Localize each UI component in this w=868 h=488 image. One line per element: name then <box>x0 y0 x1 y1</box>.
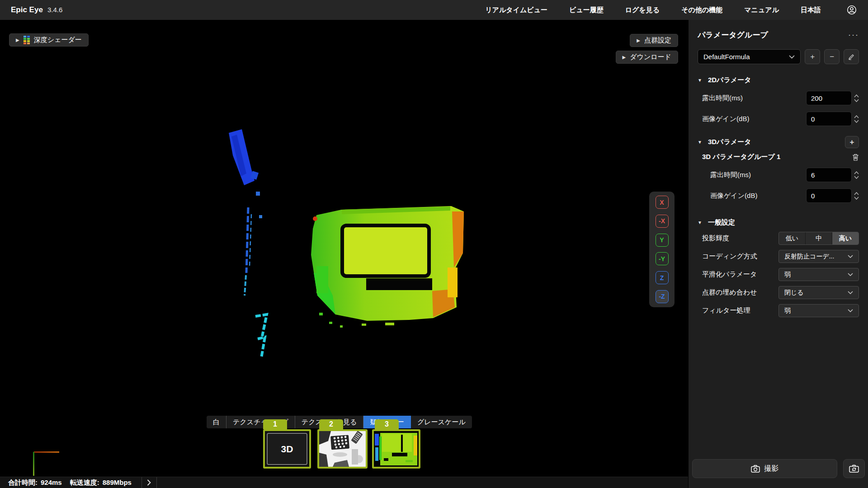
expand-arrow-icon: ▶ <box>637 38 640 43</box>
thumbnail-pseudo-color[interactable] <box>372 429 420 469</box>
section-3d-title: 3Dパラメータ <box>708 138 751 146</box>
formula-select-value: DefaultFormula <box>703 53 750 61</box>
add-3d-group-button[interactable]: + <box>845 136 859 148</box>
texture-thumb-image <box>319 431 366 467</box>
download-label: ダウンロード <box>630 53 671 61</box>
add-formula-button[interactable]: + <box>805 49 820 64</box>
section-general-title: 一般設定 <box>708 218 735 227</box>
exposure-3d-label: 露出時間(ms) <box>710 171 751 179</box>
depth-colorbar-icon <box>24 36 30 44</box>
axis-button-neg-z[interactable]: -Z <box>656 290 669 303</box>
group-3d-title: 3D パラメータグループ 1 <box>702 153 780 161</box>
exposure-2d-input[interactable]: 200 <box>806 91 852 105</box>
axis-button-x[interactable]: X <box>656 196 669 209</box>
axis-button-neg-y[interactable]: -Y <box>656 252 669 265</box>
top-nav: リアルタイムビュー ビュー履歴 ログを見る その他の機能 マニュアル 日本語 <box>485 5 857 15</box>
section-2d-title: 2Dパラメータ <box>708 76 751 84</box>
gain-2d-label: 画像ゲイン(dB) <box>702 115 749 123</box>
projection-brightness-label: 投影輝度 <box>702 234 729 243</box>
tab-grayscale[interactable]: グレースケール <box>411 416 472 428</box>
nav-view-history[interactable]: ビュー履歴 <box>569 6 604 14</box>
gain-2d-stepper[interactable] <box>854 115 859 123</box>
exposure-3d-stepper[interactable] <box>854 171 859 179</box>
more-menu-icon[interactable]: ··· <box>848 30 859 40</box>
parameter-sidebar: パラメータグループ ··· DefaultFormula + − ▼ 2Dパラメ… <box>688 20 868 488</box>
gizmo-x-axis <box>34 451 59 453</box>
tab-white[interactable]: 白 <box>207 416 226 428</box>
trash-icon <box>852 154 859 161</box>
exposure-3d-input[interactable]: 6 <box>806 168 852 182</box>
statusbar-divider <box>156 477 157 488</box>
nav-realtime-view[interactable]: リアルタイムビュー <box>485 6 547 14</box>
point-fill-label: 点群の埋め合わせ <box>702 288 757 297</box>
pencil-icon <box>848 54 854 60</box>
chevron-down-icon <box>848 291 853 294</box>
axis-button-y[interactable]: Y <box>656 234 669 247</box>
formula-select[interactable]: DefaultFormula <box>698 49 801 64</box>
filter-select[interactable]: 弱 <box>778 304 859 317</box>
exposure-2d-stepper[interactable] <box>854 94 859 102</box>
axis-view-panel: X -X Y -Y Z -Z <box>649 192 675 307</box>
gizmo-y-axis <box>33 452 34 476</box>
depth-shader-button[interactable]: ▶ 深度シェーダー <box>9 33 89 47</box>
pseudo-color-thumb-image <box>374 431 419 467</box>
spin-up-icon <box>854 171 859 174</box>
camera-loop-icon <box>849 465 859 473</box>
chevron-down-icon <box>848 255 853 258</box>
point-cloud-settings-button[interactable]: ▶ 点群設定 <box>630 34 678 47</box>
sidebar-title: パラメータグループ <box>698 30 768 40</box>
top-bar: Epic Eye 3.4.6 リアルタイムビュー ビュー履歴 ログを見る その他… <box>0 0 868 20</box>
nav-other-features[interactable]: その他の機能 <box>681 6 722 14</box>
gain-3d-label: 画像ゲイン(dB) <box>710 192 757 200</box>
collapse-icon[interactable]: ▼ <box>698 140 702 145</box>
brightness-option-high[interactable]: 高い <box>832 232 859 244</box>
edit-formula-button[interactable] <box>844 49 859 64</box>
smoothing-select[interactable]: 弱 <box>778 268 859 281</box>
thumbnail-badge-3: 3 <box>375 419 399 429</box>
spin-up-icon <box>854 94 859 98</box>
app-title: Epic Eye <box>11 5 43 14</box>
coding-method-select[interactable]: 反射防止コーデ... <box>778 250 859 263</box>
download-button[interactable]: ▶ ダウンロード <box>616 51 678 64</box>
chevron-down-icon <box>848 309 853 312</box>
axis-button-neg-x[interactable]: -X <box>656 215 669 228</box>
point-settings-label: 点群設定 <box>644 36 671 45</box>
spin-down-icon <box>854 197 859 200</box>
app-brand: Epic Eye 3.4.6 <box>11 5 62 14</box>
nav-language[interactable]: 日本語 <box>801 6 821 14</box>
gain-3d-input[interactable]: 0 <box>806 188 852 203</box>
point-fill-select[interactable]: 閉じる <box>778 286 859 299</box>
total-time-label: 合計時間: <box>8 479 38 487</box>
delete-3d-group-button[interactable] <box>852 154 859 161</box>
spin-up-icon <box>854 192 859 195</box>
smoothing-value: 弱 <box>784 271 791 279</box>
brightness-option-mid[interactable]: 中 <box>806 232 832 244</box>
axis-button-z[interactable]: Z <box>656 271 669 284</box>
user-account-icon[interactable] <box>846 5 857 15</box>
app-version: 3.4.6 <box>47 6 62 14</box>
expand-arrow-icon: ▶ <box>16 38 19 42</box>
remove-formula-button[interactable]: − <box>824 49 840 64</box>
smoothing-label: 平滑化パラメータ <box>702 270 757 279</box>
point-fill-value: 閉じる <box>784 289 804 297</box>
gain-2d-input[interactable]: 0 <box>806 112 852 126</box>
filter-label: フィルター処理 <box>702 306 750 315</box>
collapse-icon[interactable]: ▼ <box>698 78 702 83</box>
chevron-right-icon <box>147 479 151 486</box>
brightness-option-low[interactable]: 低い <box>779 232 806 244</box>
chevron-down-icon <box>848 273 853 276</box>
continuous-capture-button[interactable] <box>843 459 865 478</box>
thumbnail-3d-label: 3D <box>267 433 307 465</box>
thumbnail-texture[interactable] <box>317 429 368 469</box>
collapse-icon[interactable]: ▼ <box>698 220 702 225</box>
nav-manual[interactable]: マニュアル <box>744 6 779 14</box>
thumbnail-badge-1: 1 <box>263 419 287 429</box>
capture-button[interactable]: 撮影 <box>692 459 837 478</box>
point-cloud-viewport[interactable]: ▶ 深度シェーダー ▶ 点群設定 ▶ ダウンロード X -X Y -Y Z -Z… <box>0 20 688 477</box>
total-time-value: 924ms <box>41 479 62 487</box>
thumbnail-3d[interactable]: 3D <box>263 429 311 469</box>
gain-3d-stepper[interactable] <box>854 192 859 200</box>
expand-arrow-icon: ▶ <box>623 55 626 60</box>
nav-view-logs[interactable]: ログを見る <box>625 6 660 14</box>
statusbar-expand-button[interactable] <box>142 477 156 488</box>
